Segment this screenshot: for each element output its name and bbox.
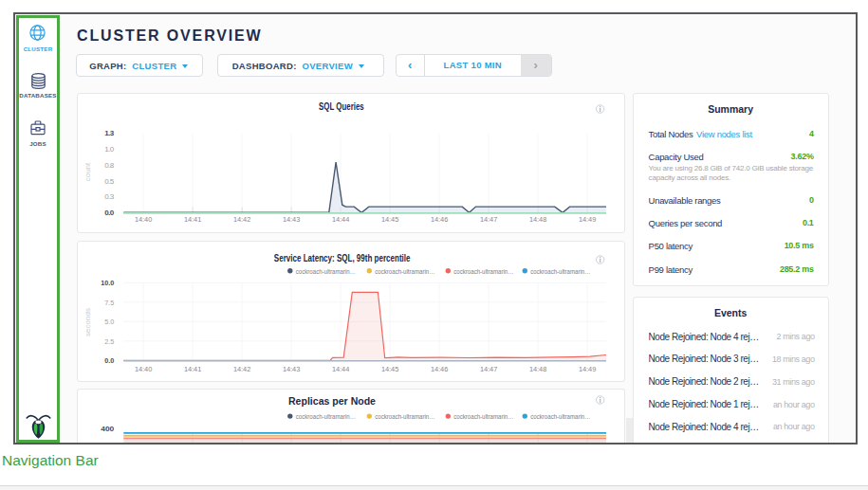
svg-text:14:41: 14:41	[184, 216, 202, 225]
svg-text:5.0: 5.0	[104, 318, 114, 326]
svg-text:0.8: 0.8	[104, 161, 115, 170]
svg-text:14:45: 14:45	[381, 216, 399, 225]
svg-text:400: 400	[101, 425, 115, 433]
svg-text:0.5: 0.5	[104, 177, 115, 186]
svg-text:7.5: 7.5	[104, 299, 114, 307]
svg-text:cockroach-ultramarin…: cockroach-ultramarin…	[295, 267, 355, 276]
svg-text:2.5: 2.5	[104, 337, 114, 346]
svg-text:14:40: 14:40	[135, 365, 153, 373]
svg-text:cockroach-ultramarin…: cockroach-ultramarin…	[530, 267, 590, 276]
svg-text:cockroach-ultramarin…: cockroach-ultramarin…	[375, 267, 434, 276]
svg-text:Service Latency: SQL, 99th per: Service Latency: SQL, 99th percentile	[274, 253, 411, 263]
svg-text:0.0: 0.0	[104, 209, 115, 217]
svg-text:1.3: 1.3	[104, 130, 115, 138]
svg-text:seconds: seconds	[83, 308, 91, 336]
svg-text:0.3: 0.3	[104, 192, 115, 201]
svg-text:14:44: 14:44	[332, 365, 350, 373]
svg-text:cockroach-ultramarin…: cockroach-ultramarin…	[453, 412, 513, 421]
svg-text:14:49: 14:49	[579, 216, 597, 225]
svg-text:14:47: 14:47	[480, 216, 498, 225]
svg-text:cockroach-ultramarin…: cockroach-ultramarin…	[375, 412, 434, 421]
svg-text:14:42: 14:42	[233, 365, 251, 373]
svg-text:14:43: 14:43	[283, 216, 301, 225]
svg-text:14:45: 14:45	[381, 365, 399, 373]
svg-text:10.0: 10.0	[101, 279, 114, 287]
svg-text:SQL Queries: SQL Queries	[319, 102, 364, 113]
svg-text:14:48: 14:48	[529, 216, 547, 225]
svg-text:14:40: 14:40	[135, 216, 153, 225]
svg-text:count: count	[83, 162, 91, 181]
svg-text:14:41: 14:41	[184, 365, 202, 373]
svg-text:0.0: 0.0	[104, 356, 114, 365]
svg-text:14:44: 14:44	[332, 216, 350, 225]
svg-text:14:47: 14:47	[480, 365, 498, 373]
svg-text:14:49: 14:49	[579, 365, 597, 373]
svg-text:cockroach-ultramarin…: cockroach-ultramarin…	[530, 412, 590, 421]
svg-text:Replicas per Node: Replicas per Node	[288, 396, 376, 407]
svg-text:cockroach-ultramarin…: cockroach-ultramarin…	[295, 412, 355, 421]
svg-text:14:46: 14:46	[431, 365, 449, 373]
svg-text:14:46: 14:46	[431, 216, 449, 225]
svg-text:14:48: 14:48	[529, 365, 547, 373]
svg-text:1.0: 1.0	[104, 145, 115, 154]
svg-text:cockroach-ultramarin…: cockroach-ultramarin…	[453, 267, 513, 276]
svg-text:14:43: 14:43	[283, 365, 301, 373]
svg-text:14:42: 14:42	[233, 216, 251, 225]
